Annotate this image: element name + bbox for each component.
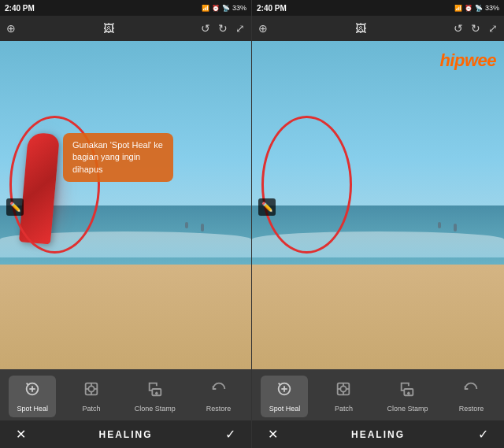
right-brush-icon[interactable]: ✏️ [258,198,276,216]
right-restore-icon [462,380,480,402]
right-toolbar-center-icons: 🖼 [355,22,366,35]
left-sand [0,265,251,369]
wifi-icon: 📡 [222,5,230,12]
left-cancel-button[interactable]: ✕ [16,427,26,442]
spot-heal-icon [24,380,41,402]
right-status-bar: 2:40 PM 📶 ⏰ 📡 33% [252,0,504,16]
fullscreen-icon[interactable]: ⤢ [235,22,245,35]
right-tool-clone-stamp[interactable]: Clone Stamp [379,376,435,417]
left-panel: 2:40 PM 📶 ⏰ 📡 33% ⊕ 🖼 ↺ ↻ ⤢ [0,0,252,448]
right-tool-patch[interactable]: Patch [320,376,367,417]
left-bottom-toolbar: Spot Heal Patch [0,369,251,448]
svg-point-4 [88,386,94,391]
right-image-area: hipwee ✏️ [252,41,504,369]
right-wifi-icon: 📡 [475,5,483,12]
right-patch-label: Patch [335,405,353,413]
right-panel: 2:40 PM 📶 ⏰ 📡 33% ⊕ 🖼 ↺ ↻ ⤢ [252,0,504,448]
right-tool-spot-heal[interactable]: Spot Heal [261,376,308,417]
left-toolbar: ⊕ 🖼 ↺ ↻ ⤢ [0,16,251,41]
right-action-row: ✕ HEALING ✓ [252,420,504,448]
alarm-icon: ⏰ [212,5,220,12]
layers-icon[interactable]: ⊕ [6,22,16,35]
photo-icon[interactable]: 🖼 [103,22,114,35]
right-clone-stamp-label: Clone Stamp [387,405,428,413]
right-spot-heal-label: Spot Heal [269,405,301,413]
left-status-icons: 📶 ⏰ 📡 33% [202,4,246,12]
right-layers-icon[interactable]: ⊕ [258,22,268,35]
left-toolbar-right-icons: ↺ ↻ ⤢ [201,22,245,35]
right-status-icons: 📶 ⏰ 📡 33% [454,4,499,12]
left-person-2 [185,222,188,228]
main-container: 2:40 PM 📶 ⏰ 📡 33% ⊕ 🖼 ↺ ↻ ⤢ [0,0,504,448]
right-person-1 [454,224,457,231]
right-cancel-button[interactable]: ✕ [268,427,278,442]
left-status-bar: 2:40 PM 📶 ⏰ 📡 33% [0,0,251,16]
right-restore-label: Restore [459,405,484,413]
right-tool-restore[interactable]: Restore [447,376,495,417]
right-signal-icon: 📶 [454,5,462,12]
left-tools-row: Spot Heal Patch [0,369,251,420]
svg-point-16 [341,386,346,391]
signal-icon: 📶 [202,5,209,12]
right-toolbar: ⊕ 🖼 ↺ ↻ ⤢ [252,16,504,41]
right-healing-label: HEALING [351,429,405,440]
left-tool-restore[interactable]: Restore [195,376,243,417]
right-bottom-toolbar: Spot Heal Patch [252,369,504,448]
left-time: 2:40 PM [5,4,35,13]
right-patch-icon [335,380,352,402]
right-undo-icon[interactable]: ↺ [454,22,463,35]
right-toolbar-right-icons: ↺ ↻ ⤢ [454,22,498,35]
right-fullscreen-icon[interactable]: ⤢ [488,22,498,35]
right-clone-stamp-icon [398,380,416,402]
left-brush-icon[interactable]: ✏️ [6,198,24,216]
hipwee-logo: hipwee [439,50,496,71]
patch-icon [83,380,100,402]
left-restore-label: Restore [206,405,232,413]
left-tooltip: Gunakan 'Spot Heal' ke bagian yang ingin… [63,133,173,182]
right-tools-row: Spot Heal Patch [252,369,504,420]
right-time: 2:40 PM [257,4,287,13]
right-toolbar-left-icons: ⊕ [258,22,268,35]
left-red-object [24,133,67,251]
clone-stamp-icon [146,380,164,402]
right-sand [252,265,504,369]
left-person-1 [201,224,204,231]
right-confirm-button[interactable]: ✓ [478,427,488,442]
tooltip-text: Gunakan 'Spot Heal' ke bagian yang ingin… [72,140,163,174]
left-clone-stamp-label: Clone Stamp [135,405,176,413]
right-spot-heal-icon [276,380,293,402]
right-photo-icon[interactable]: 🖼 [355,22,366,35]
left-tool-spot-heal[interactable]: Spot Heal [9,376,56,417]
restore-icon [210,380,228,402]
left-tool-patch[interactable]: Patch [68,376,115,417]
left-confirm-button[interactable]: ✓ [225,427,235,442]
left-image-area: Gunakan 'Spot Heal' ke bagian yang ingin… [0,41,251,369]
right-battery-text: 33% [485,4,499,12]
right-person-2 [438,222,441,228]
redo-icon[interactable]: ↻ [218,22,228,35]
left-action-row: ✕ HEALING ✓ [0,420,251,448]
left-toolbar-left-icons: ⊕ [6,22,16,35]
left-healing-label: HEALING [99,429,153,440]
left-tool-clone-stamp[interactable]: Clone Stamp [127,376,183,417]
right-waves [252,231,504,257]
right-alarm-icon: ⏰ [465,5,472,12]
battery-text: 33% [232,4,246,12]
right-redo-icon[interactable]: ↻ [471,22,480,35]
left-toolbar-center-icons: 🖼 [103,22,114,35]
undo-icon[interactable]: ↺ [201,22,210,35]
left-patch-label: Patch [83,405,101,413]
left-spot-heal-label: Spot Heal [17,405,49,413]
